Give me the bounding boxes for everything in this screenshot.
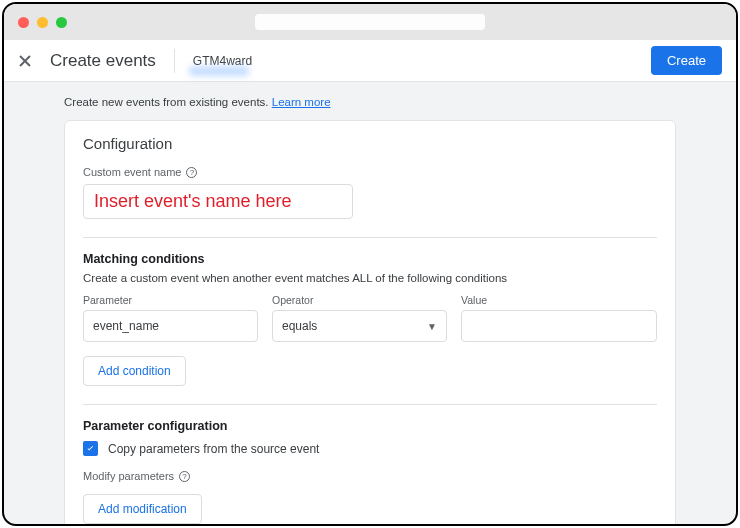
- modify-parameters-label: Modify parameters ?: [83, 470, 657, 482]
- create-button[interactable]: Create: [651, 46, 722, 75]
- window-controls: [18, 17, 67, 28]
- help-icon[interactable]: ?: [179, 471, 190, 482]
- minimize-window-dot[interactable]: [37, 17, 48, 28]
- copy-parameters-checkbox[interactable]: [83, 441, 98, 456]
- event-name-label: Custom event name ?: [83, 166, 657, 178]
- checkmark-icon: [85, 443, 96, 454]
- app-window: Create events GTM4ward Create Create new…: [2, 2, 738, 526]
- content-body: Create new events from existing events. …: [4, 82, 736, 524]
- custom-event-name-input[interactable]: [83, 184, 353, 219]
- matching-conditions-desc: Create a custom event when another event…: [83, 272, 657, 284]
- parameter-configuration-title: Parameter configuration: [83, 419, 657, 433]
- add-condition-button[interactable]: Add condition: [83, 356, 186, 386]
- redaction-blur: [189, 66, 249, 76]
- add-modification-button[interactable]: Add modification: [83, 494, 202, 524]
- learn-more-link[interactable]: Learn more: [272, 96, 331, 108]
- divider: [174, 49, 175, 73]
- chevron-down-icon: ▼: [427, 321, 437, 332]
- parameter-col-label: Parameter: [83, 294, 258, 306]
- condition-row: Parameter event_name Operator equals ▼ V…: [83, 294, 657, 342]
- configuration-card: Configuration Custom event name ? Matchi…: [64, 120, 676, 524]
- close-window-dot[interactable]: [18, 17, 29, 28]
- value-input[interactable]: [461, 310, 657, 342]
- helper-text: Create new events from existing events. …: [22, 82, 718, 120]
- page-header: Create events GTM4ward Create: [4, 40, 736, 82]
- card-title: Configuration: [83, 135, 657, 152]
- address-bar[interactable]: [255, 14, 485, 30]
- help-icon[interactable]: ?: [186, 167, 197, 178]
- value-col-label: Value: [461, 294, 657, 306]
- maximize-window-dot[interactable]: [56, 17, 67, 28]
- divider: [83, 237, 657, 238]
- divider: [83, 404, 657, 405]
- property-name[interactable]: GTM4ward: [193, 54, 252, 68]
- window-titlebar: [4, 4, 736, 40]
- operator-col-label: Operator: [272, 294, 447, 306]
- close-icon[interactable]: [18, 54, 32, 68]
- page-title: Create events: [50, 51, 156, 71]
- matching-conditions-title: Matching conditions: [83, 252, 657, 266]
- copy-parameters-row: Copy parameters from the source event: [83, 441, 657, 456]
- operator-select[interactable]: equals ▼: [272, 310, 447, 342]
- parameter-select[interactable]: event_name: [83, 310, 258, 342]
- copy-parameters-label: Copy parameters from the source event: [108, 442, 319, 456]
